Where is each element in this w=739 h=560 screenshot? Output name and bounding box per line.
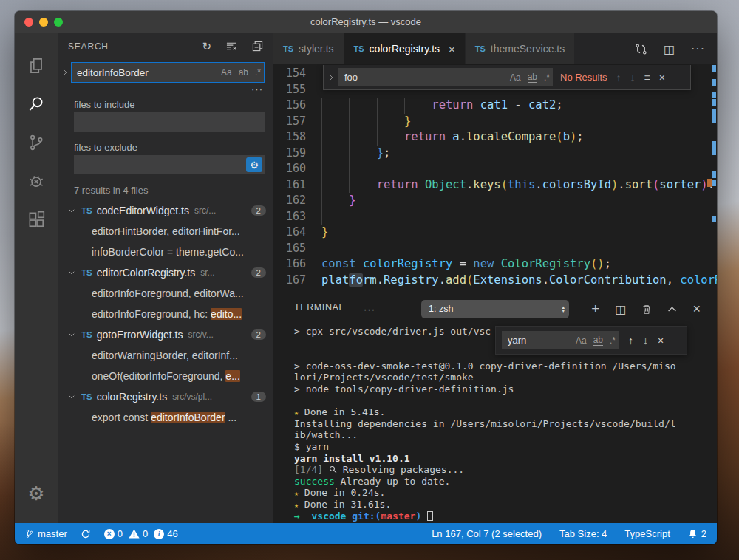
chevron-down-icon [68,331,80,338]
search-result-match[interactable]: editorHintBorder, editorHintFor... [58,221,273,242]
match-case-icon[interactable]: Aa [576,335,587,346]
search-result-file[interactable]: TSeditorColorRegistry.tssr...2 [58,262,273,283]
notifications-status[interactable]: 2 [688,528,706,539]
file-path: src/... [194,205,247,216]
file-path: sr... [200,267,246,278]
toggle-replace-chevron-icon[interactable] [59,69,71,76]
match-text: infoBorderColor = theme.getCo... [92,246,244,258]
find-input[interactable]: foo Aa ab .* [338,68,553,86]
split-editor-icon[interactable]: ◫ [664,42,675,56]
sidebar-item-debug[interactable] [18,162,54,200]
tab-styler[interactable]: TS styler.ts [273,33,344,64]
use-exclude-settings-button[interactable]: ⚙ [246,157,262,172]
find-next-icon[interactable]: ↓ [630,72,636,83]
search-results-summary: 7 results in 4 files [58,174,273,200]
search-result-match[interactable]: editorInfoForeground, editorWa... [58,283,273,304]
terminal-instance-select[interactable]: 1: zsh ▴▾ [421,300,569,318]
title-bar[interactable]: colorRegistry.ts — vscode [15,11,717,33]
overview-ruler-mark [712,65,716,72]
whole-word-icon[interactable]: ab [239,67,248,78]
toggle-replace-chevron-icon[interactable] [324,65,338,89]
search-result-match[interactable]: export const editorInfoBorder ... [58,407,273,428]
search-result-file[interactable]: TScolorRegistry.tssrc/vs/pl...1 [58,386,273,407]
tab-label: colorRegistry.ts [370,43,440,55]
git-branch-status[interactable]: master [25,528,67,539]
refresh-icon[interactable]: ↻ [202,40,211,53]
search-input[interactable]: editorInfoBorder Aa ab .* [71,62,265,83]
sidebar-item-explorer[interactable] [18,47,54,85]
maximize-panel-icon[interactable] [667,306,677,313]
search-sidebar: SEARCH ↻ editorInfoBorder [58,33,273,523]
indent-guide [321,98,322,114]
overview-ruler-mark [712,79,716,86]
find-previous-icon[interactable]: ↑ [628,335,633,346]
more-actions-icon[interactable]: ··· [364,304,375,315]
sidebar-item-source-control[interactable] [18,123,54,162]
toggle-search-details-icon[interactable]: ··· [58,83,273,95]
regex-icon[interactable]: .* [255,67,261,78]
files-to-exclude-input[interactable]: ⚙ [74,155,265,174]
problems-status[interactable]: × 0 0 i 46 [104,528,178,539]
error-icon: × [104,529,115,539]
find-in-selection-icon[interactable]: ≡ [644,72,650,83]
language-mode-status[interactable]: TypeScript [624,528,670,539]
search-result-file[interactable]: TScodeEditorWidget.tssrc/...2 [58,200,273,221]
sidebar-item-extensions[interactable] [18,200,54,239]
match-case-icon[interactable]: Aa [221,67,232,78]
close-tab-icon[interactable]: × [449,43,455,55]
indent-guide [349,114,350,130]
search-result-match[interactable]: editorInfoForeground, hc: edito... [58,304,273,324]
terminal-line: > code-oss-dev-smoke-test@0.1.0 copy-dri… [294,361,717,372]
overview-ruler-mark [712,216,716,222]
zoom-window-button[interactable] [54,18,63,27]
whole-word-icon[interactable]: ab [528,72,537,83]
sync-status[interactable] [81,529,91,539]
files-to-include-input[interactable] [74,112,265,132]
tab-themeservice[interactable]: TS themeService.ts [466,33,575,64]
search-result-match[interactable]: infoBorderColor = theme.getCo... [58,242,273,262]
search-result-file[interactable]: TSgotoErrorWidget.tssrc/v...2 [58,324,273,345]
kill-terminal-icon[interactable] [641,304,652,315]
traffic-lights [24,18,63,27]
tab-colorregistry[interactable]: TS colorRegistry.ts × [344,33,466,64]
sidebar-header: SEARCH ↻ [58,33,273,59]
file-name: colorRegistry.ts [97,391,167,403]
terminal-find-widget: yarn Aa ab .* ↑ ↓ × [495,326,687,355]
code-editor[interactable]: 154155156 return cat1 - cat2;157 }158 re… [273,64,717,296]
minimize-window-button[interactable] [39,18,48,27]
more-actions-icon[interactable]: ··· [691,42,705,55]
find-input[interactable]: yarn Aa ab .* [502,331,619,349]
terminal-line: ib/watch... [294,429,717,441]
close-panel-icon[interactable]: × [692,301,701,317]
find-previous-icon[interactable]: ↑ [616,72,621,83]
search-result-match[interactable]: oneOf(editorInfoForeground, e... [58,366,273,386]
indent-guide [349,98,350,114]
collapse-all-icon[interactable] [252,41,263,52]
match-text: export const editorInfoBorder ... [92,412,236,423]
cursor-position-status[interactable]: Ln 167, Col 7 (2 selected) [432,528,542,539]
regex-icon[interactable]: .* [610,335,616,346]
regex-icon[interactable]: .* [544,72,550,83]
split-terminal-icon[interactable]: ◫ [615,302,626,316]
close-find-icon[interactable]: × [658,335,664,346]
overview-ruler[interactable] [708,64,717,296]
clear-search-results-icon[interactable] [226,41,237,52]
new-terminal-icon[interactable]: + [591,301,599,317]
open-changes-icon[interactable] [635,43,647,55]
terminal-line: ★ Done in 31.61s. [294,499,717,511]
panel-tab-terminal[interactable]: TERMINAL [294,302,344,315]
settings-button[interactable]: ⚙ [18,474,54,513]
indent-guide [349,177,350,194]
search-result-match[interactable]: editorWarningBorder, editorInf... [58,345,273,366]
close-window-button[interactable] [24,18,33,27]
tab-size-status[interactable]: Tab Size: 4 [559,528,607,539]
close-find-icon[interactable]: × [659,72,665,83]
whole-word-icon[interactable]: ab [593,335,603,346]
match-case-icon[interactable]: Aa [510,72,521,83]
indent-guide [377,129,378,146]
gear-icon: ⚙ [250,160,259,171]
explorer-icon [27,56,46,75]
find-next-icon[interactable]: ↓ [643,335,648,346]
sidebar-item-search[interactable] [18,85,54,123]
match-count-badge: 2 [251,267,266,278]
